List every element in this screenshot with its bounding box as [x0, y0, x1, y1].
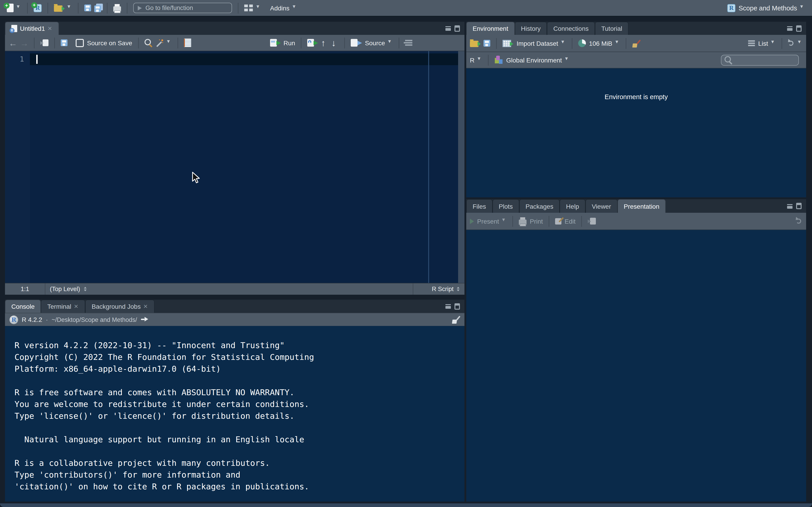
- tab-environment[interactable]: Environment: [466, 22, 514, 35]
- refresh-dropdown-icon[interactable]: [798, 41, 803, 46]
- memory-usage-icon[interactable]: [578, 39, 586, 47]
- clear-console-icon[interactable]: [452, 316, 460, 324]
- minimize-icon[interactable]: [445, 304, 451, 309]
- new-project-icon[interactable]: [34, 4, 42, 12]
- open-file-icon[interactable]: [54, 5, 62, 12]
- open-new-window-icon[interactable]: [590, 218, 596, 225]
- run-next-icon[interactable]: [332, 38, 339, 47]
- list-view-label[interactable]: List: [758, 40, 768, 47]
- dot-separator: ·: [46, 316, 48, 323]
- new-file-dropdown-icon[interactable]: [17, 6, 21, 10]
- environment-tabbar: Environment History Connections Tutorial: [466, 22, 806, 35]
- tab-files[interactable]: Files: [466, 199, 492, 213]
- back-icon[interactable]: [9, 39, 17, 47]
- save-workspace-icon[interactable]: [484, 40, 490, 47]
- file-type-label: R Script: [432, 286, 454, 292]
- scope-spinner-icon[interactable]: [84, 287, 87, 291]
- print-icon[interactable]: [113, 6, 121, 11]
- goto-file-function-box[interactable]: Go to file/function: [133, 3, 232, 13]
- code-editor[interactable]: 1: [5, 51, 464, 283]
- tab-packages[interactable]: Packages: [519, 199, 560, 213]
- global-environment-label[interactable]: Global Environment: [506, 56, 562, 64]
- pane-layout-icon[interactable]: [244, 4, 253, 11]
- maximize-icon[interactable]: [454, 25, 460, 32]
- maximize-icon[interactable]: [796, 25, 802, 32]
- addins-menu[interactable]: Addins: [270, 4, 290, 11]
- run-icon[interactable]: [270, 39, 276, 47]
- list-view-dropdown-icon[interactable]: [771, 41, 776, 46]
- tab-console[interactable]: Console: [5, 300, 41, 313]
- run-label[interactable]: Run: [284, 39, 295, 46]
- tab-presentation[interactable]: Presentation: [617, 199, 666, 213]
- print-label[interactable]: Print: [530, 218, 543, 225]
- close-icon[interactable]: [48, 25, 53, 32]
- editor-scrollbar[interactable]: [458, 51, 464, 283]
- code-tools-dropdown-icon[interactable]: [167, 41, 171, 45]
- minimize-icon[interactable]: [787, 26, 793, 31]
- memory-dropdown-icon[interactable]: [615, 41, 620, 46]
- source-file-icon[interactable]: [351, 39, 358, 47]
- presentation-print-icon[interactable]: [519, 219, 527, 225]
- source-on-save-checkbox[interactable]: [76, 39, 84, 47]
- import-dataset-icon[interactable]: [503, 40, 511, 47]
- tab-terminal[interactable]: Terminal: [41, 300, 86, 313]
- load-workspace-icon[interactable]: [470, 41, 478, 47]
- open-new-window-icon[interactable]: [43, 39, 48, 46]
- refresh-icon[interactable]: [796, 218, 803, 225]
- document-outline-icon[interactable]: [405, 40, 412, 46]
- import-dataset-dropdown-icon[interactable]: [561, 41, 566, 46]
- working-dir-arrow-icon[interactable]: [141, 317, 148, 322]
- text-caret: [36, 55, 37, 64]
- console-output[interactable]: R version 4.2.2 (2022-10-31) -- "Innocen…: [5, 326, 464, 502]
- minimize-icon[interactable]: [445, 26, 451, 31]
- memory-usage-label[interactable]: 106 MiB: [589, 40, 612, 47]
- list-view-icon[interactable]: [748, 40, 755, 46]
- open-file-dropdown-icon[interactable]: [67, 6, 72, 10]
- tab-tutorial[interactable]: Tutorial: [595, 22, 628, 35]
- refresh-icon[interactable]: [788, 40, 795, 47]
- forward-icon[interactable]: [20, 39, 28, 47]
- file-type-spinner-icon[interactable]: [457, 287, 460, 291]
- run-previous-icon[interactable]: [321, 38, 328, 47]
- editor-save-icon[interactable]: [61, 39, 67, 46]
- tab-connections[interactable]: Connections: [547, 22, 595, 35]
- present-icon[interactable]: [470, 218, 474, 224]
- new-file-icon[interactable]: [7, 4, 14, 12]
- maximize-icon[interactable]: [454, 303, 460, 309]
- tab-viewer[interactable]: Viewer: [586, 199, 617, 213]
- global-environment-dropdown-icon[interactable]: [565, 58, 570, 62]
- minimize-icon[interactable]: [787, 204, 793, 209]
- source-label[interactable]: Source: [365, 39, 385, 46]
- edit-label[interactable]: Edit: [565, 218, 575, 225]
- save-icon[interactable]: [84, 5, 91, 11]
- pane-layout-dropdown-icon[interactable]: [256, 6, 261, 10]
- tab-background-jobs[interactable]: Background Jobs: [86, 300, 155, 313]
- addins-dropdown-icon[interactable]: [293, 6, 297, 10]
- code-tools-icon[interactable]: [156, 39, 164, 47]
- language-dropdown-icon[interactable]: [477, 58, 482, 62]
- tab-untitled1[interactable]: Untitled1: [5, 22, 59, 35]
- clear-objects-icon[interactable]: [632, 39, 640, 47]
- find-replace-icon[interactable]: [144, 39, 151, 45]
- file-type-selector[interactable]: R Script: [413, 286, 464, 292]
- maximize-icon[interactable]: [796, 203, 802, 209]
- close-icon[interactable]: [143, 303, 148, 310]
- tab-help[interactable]: Help: [560, 199, 586, 213]
- edit-icon[interactable]: [555, 218, 561, 224]
- present-dropdown-icon[interactable]: [502, 219, 507, 223]
- environment-search-box[interactable]: [721, 55, 799, 65]
- scope-selector[interactable]: (Top Level): [45, 283, 413, 295]
- tab-plots[interactable]: Plots: [492, 199, 519, 213]
- margin-guide-line: [428, 51, 429, 283]
- tab-history[interactable]: History: [514, 22, 547, 35]
- environment-search-input[interactable]: [735, 56, 792, 64]
- import-dataset-label[interactable]: Import Dataset: [517, 40, 558, 47]
- present-label[interactable]: Present: [477, 218, 499, 225]
- save-all-icon[interactable]: [94, 5, 101, 12]
- language-label[interactable]: R: [470, 56, 474, 64]
- source-dropdown-icon[interactable]: [388, 41, 393, 45]
- compile-report-icon[interactable]: [184, 39, 191, 47]
- project-selector[interactable]: Scope and Methods: [727, 4, 805, 12]
- close-icon[interactable]: [74, 303, 79, 310]
- rerun-icon[interactable]: [307, 39, 314, 47]
